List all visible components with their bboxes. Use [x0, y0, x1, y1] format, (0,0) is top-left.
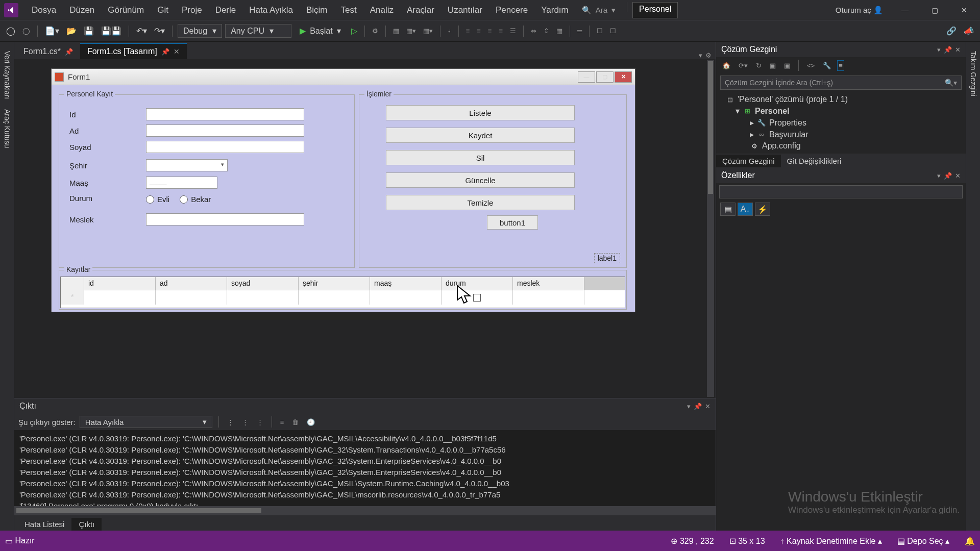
- categorized-icon[interactable]: ▤: [720, 203, 736, 216]
- sidebar-tab-takim[interactable]: Takım Gezgini: [967, 47, 979, 101]
- radio-bekar[interactable]: Bekar: [180, 195, 211, 204]
- redo-icon[interactable]: ↷▾: [152, 24, 167, 38]
- chevron-down-icon[interactable]: ▾: [937, 172, 941, 180]
- bell-icon[interactable]: 🔔: [965, 536, 975, 546]
- status-source-control[interactable]: ↑ Kaynak Denetimine Ekle ▴: [780, 536, 882, 546]
- input-ad[interactable]: [146, 124, 304, 137]
- tool-icon[interactable]: ⋮: [240, 416, 251, 428]
- forward-button[interactable]: ◯: [20, 25, 32, 37]
- menu-araclar[interactable]: Araçlar: [401, 2, 440, 18]
- col-soyad[interactable]: soyad: [227, 277, 299, 290]
- search-menu[interactable]: 🔍 Ara ▾: [576, 2, 622, 18]
- clock-icon[interactable]: 🕘: [305, 416, 317, 428]
- designer-vscrollbar[interactable]: [707, 60, 714, 397]
- save-all-icon[interactable]: 💾💾: [99, 24, 124, 38]
- close-icon[interactable]: ✕: [174, 47, 180, 56]
- align-icon[interactable]: ≡: [497, 25, 505, 37]
- platform-combo[interactable]: Any CPU▾: [225, 24, 291, 38]
- back-button[interactable]: ◯: [4, 24, 17, 38]
- home-icon[interactable]: 🏠: [720, 60, 732, 71]
- new-project-icon[interactable]: 📄▾: [43, 24, 61, 38]
- menu-analiz[interactable]: Analiz: [364, 2, 400, 18]
- data-grid[interactable]: id ad soyad şehir maaş durum meslek *: [60, 277, 625, 308]
- chevron-down-icon[interactable]: ▾: [687, 403, 691, 410]
- button-listele[interactable]: Listele: [386, 105, 575, 120]
- center-icon[interactable]: ☐: [608, 25, 618, 37]
- form-close-button[interactable]: ✕: [615, 71, 632, 83]
- save-icon[interactable]: 💾: [82, 24, 96, 38]
- button-button1[interactable]: button1: [487, 215, 538, 230]
- form-minimize-button[interactable]: —: [578, 71, 595, 83]
- menu-proje[interactable]: Proje: [176, 2, 208, 18]
- tree-properties[interactable]: ▸🔧Properties: [716, 117, 966, 129]
- close-button[interactable]: ✕: [952, 2, 976, 19]
- pin-icon[interactable]: 📌: [694, 403, 702, 410]
- close-icon[interactable]: ✕: [705, 403, 710, 410]
- tab-form1-design[interactable]: Form1.cs [Tasarım] 📌 ✕: [80, 43, 187, 59]
- show-all-icon[interactable]: ▣: [782, 60, 792, 71]
- align-icon[interactable]: ≡: [475, 25, 483, 37]
- play-no-debug-icon[interactable]: ▷: [349, 24, 359, 38]
- refresh-icon[interactable]: ↻: [754, 60, 764, 71]
- combo-sehir[interactable]: [146, 159, 228, 171]
- menu-derle[interactable]: Derle: [209, 2, 242, 18]
- menu-dosya[interactable]: Dosya: [26, 2, 62, 18]
- properties-object-combo[interactable]: [719, 185, 963, 198]
- spacing-icon[interactable]: ▦: [554, 25, 565, 37]
- menu-yardim[interactable]: Yardım: [535, 2, 575, 18]
- sidebar-tab-arac[interactable]: Araç Kutusu: [1, 105, 13, 152]
- undo-icon[interactable]: ↶▾: [134, 24, 149, 38]
- tool-icon[interactable]: ⚙: [370, 25, 380, 37]
- menu-git[interactable]: Git: [151, 2, 175, 18]
- pin-icon[interactable]: 📌: [944, 172, 952, 180]
- align-icon[interactable]: ☰: [508, 25, 518, 37]
- col-maas[interactable]: maaş: [370, 277, 442, 290]
- tab-hata-listesi[interactable]: Hata Listesi: [17, 518, 71, 531]
- tree-project[interactable]: ▾⊞Personel: [716, 105, 966, 117]
- menu-hata[interactable]: Hata Ayıkla: [243, 2, 299, 18]
- input-soyad[interactable]: [146, 141, 304, 153]
- menu-bicim[interactable]: Biçim: [300, 2, 334, 18]
- layout-icon[interactable]: ▦: [391, 25, 401, 37]
- layout-icon[interactable]: ▦▾: [404, 25, 418, 37]
- align-icon[interactable]: ⫞: [446, 25, 453, 37]
- tree-appconfig[interactable]: ⚙App.config: [716, 140, 966, 152]
- solution-name-label[interactable]: Personel: [632, 2, 678, 18]
- alphabetical-icon[interactable]: A↓: [738, 203, 753, 216]
- menu-test[interactable]: Test: [335, 2, 363, 18]
- button-temizle[interactable]: Temizle: [386, 195, 575, 210]
- signin-button[interactable]: Oturum aç 👤: [831, 6, 887, 15]
- output-source-combo[interactable]: Hata Ayıkla▾: [80, 416, 212, 428]
- label1[interactable]: label1: [594, 253, 620, 263]
- cell[interactable]: [84, 290, 156, 305]
- col-durum[interactable]: durum: [442, 277, 513, 290]
- spacing-icon[interactable]: ═: [575, 25, 584, 37]
- config-combo[interactable]: Debug▾: [178, 24, 222, 38]
- live-share-icon[interactable]: 🔗: [944, 24, 959, 38]
- button-sil[interactable]: Sil: [386, 150, 575, 165]
- sync-icon[interactable]: ⟳▾: [737, 60, 750, 71]
- tool-icon[interactable]: ⋮: [255, 416, 265, 428]
- output-hscrollbar[interactable]: [14, 506, 716, 515]
- scrollbar-thumb[interactable]: [708, 61, 713, 194]
- maximize-button[interactable]: ▢: [923, 2, 946, 19]
- designer-surface[interactable]: Form1 — ▢ ✕ Personel Kayıt Id Ad Soyad Ş…: [14, 59, 716, 398]
- tab-form1-code[interactable]: Form1.cs* 📌: [16, 43, 80, 59]
- button-kaydet[interactable]: Kaydet: [386, 128, 575, 143]
- properties-icon[interactable]: 🔧: [821, 60, 833, 71]
- tree-solution-root[interactable]: ⊡'Personel' çözümü (proje 1 / 1): [716, 94, 966, 105]
- layout-icon[interactable]: ▦▾: [421, 25, 435, 37]
- cell[interactable]: [370, 290, 442, 305]
- tool-icon[interactable]: ⋮: [225, 416, 236, 428]
- col-sehir[interactable]: şehir: [299, 277, 370, 290]
- input-maas[interactable]: _____: [146, 177, 217, 189]
- status-repo[interactable]: ▤ Depo Seç ▴: [897, 536, 949, 546]
- close-icon[interactable]: ✕: [955, 46, 961, 54]
- row-header[interactable]: *: [61, 290, 84, 305]
- code-icon[interactable]: <>: [805, 60, 817, 71]
- menu-gorunum[interactable]: Görünüm: [102, 2, 150, 18]
- cell-durum[interactable]: [442, 290, 513, 305]
- menu-duzen[interactable]: Düzen: [63, 2, 101, 18]
- pin-icon[interactable]: 📌: [65, 48, 73, 56]
- start-button[interactable]: ▶Başlat ▾: [295, 24, 346, 37]
